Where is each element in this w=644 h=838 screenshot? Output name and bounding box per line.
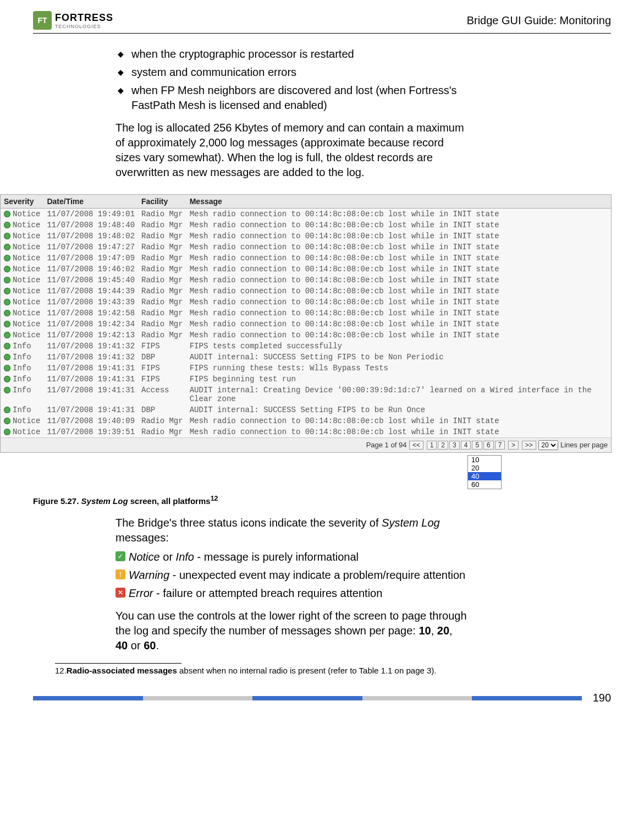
warn-icon: ! xyxy=(115,569,125,579)
cell-facility: Radio Mgr xyxy=(138,426,186,437)
cell-facility: Radio Mgr xyxy=(138,264,186,275)
bullet-item: ◆system and communication errors xyxy=(115,65,467,80)
cell-message: AUDIT internal: Creating Device '00:00:3… xyxy=(186,385,611,404)
severity-icon xyxy=(4,365,10,371)
lines-per-page-dropdown[interactable]: 10 20 40 60 xyxy=(467,455,502,489)
cell-datetime: 11/07/2008 19:41:31 xyxy=(43,374,138,385)
cell-facility: DBP xyxy=(138,404,186,415)
cell-datetime: 11/07/2008 19:41:31 xyxy=(43,363,138,374)
bullet-item: ◆when FP Mesh neighbors are discovered a… xyxy=(115,83,467,113)
table-row: Notice11/07/2008 19:46:02Radio MgrMesh r… xyxy=(1,264,611,275)
table-row: Notice11/07/2008 19:48:02Radio MgrMesh r… xyxy=(1,231,611,242)
paragraph: The log is allocated 256 Kbytes of memor… xyxy=(115,121,467,180)
cell-severity: Info xyxy=(1,385,43,404)
paragraph: The Bridge's three status icons indicate… xyxy=(115,516,467,545)
cell-facility: Access xyxy=(138,385,186,404)
col-facility[interactable]: Facility xyxy=(138,195,186,209)
pager-page[interactable]: 6 xyxy=(483,441,494,450)
cell-message: AUDIT internal: SUCCESS Setting FIPS to … xyxy=(186,352,611,363)
pager-page[interactable]: 7 xyxy=(495,441,505,450)
cell-severity: Notice xyxy=(1,275,43,286)
cell-datetime: 11/07/2008 19:42:13 xyxy=(43,330,138,341)
pager-page[interactable]: 3 xyxy=(449,441,460,450)
pager: Page 1 of 94 << 1234567 > >> 20 Lines pe… xyxy=(1,437,611,452)
table-row: Notice11/07/2008 19:42:13Radio MgrMesh r… xyxy=(1,330,611,341)
severity-icon xyxy=(4,354,10,360)
severity-icon xyxy=(4,343,10,349)
cell-datetime: 11/07/2008 19:41:31 xyxy=(43,404,138,415)
footer-bar: 190 xyxy=(33,692,611,704)
system-log-screenshot: Severity Date/Time Facility Message Noti… xyxy=(0,194,612,453)
severity-icon xyxy=(4,407,10,413)
bullet-icon: ◆ xyxy=(115,83,124,113)
cell-datetime: 11/07/2008 19:41:31 xyxy=(43,385,138,404)
table-row: Info11/07/2008 19:41:31FIPSFIPS beginnin… xyxy=(1,374,611,385)
dropdown-option[interactable]: 10 xyxy=(468,456,501,464)
pager-first[interactable]: << xyxy=(409,441,423,450)
cell-severity: Notice xyxy=(1,286,43,297)
cell-message: Mesh radio connection to 00:14:8c:08:0e:… xyxy=(186,286,611,297)
cell-facility: Radio Mgr xyxy=(138,415,186,426)
lines-per-page-select[interactable]: 20 xyxy=(538,440,558,450)
severity-icon xyxy=(4,418,10,424)
dropdown-option-selected[interactable]: 40 xyxy=(468,472,501,480)
cell-severity: Notice xyxy=(1,253,43,264)
dropdown-option[interactable]: 20 xyxy=(468,464,501,472)
cell-severity: Info xyxy=(1,341,43,352)
table-row: Notice11/07/2008 19:40:09Radio MgrMesh r… xyxy=(1,415,611,426)
cell-message: AUDIT internal: SUCCESS Setting FIPS to … xyxy=(186,404,611,415)
severity-icon xyxy=(4,233,10,239)
pager-info: Page 1 of 94 xyxy=(366,441,407,449)
col-datetime[interactable]: Date/Time xyxy=(43,195,138,209)
cell-message: Mesh radio connection to 00:14:8c:08:0e:… xyxy=(186,330,611,341)
severity-icon xyxy=(4,266,10,272)
col-severity[interactable]: Severity xyxy=(1,195,43,209)
cell-facility: DBP xyxy=(138,352,186,363)
table-row: Info11/07/2008 19:41:31FIPSFIPS running … xyxy=(1,363,611,374)
header-title: Bridge GUI Guide: Monitoring xyxy=(467,14,611,27)
pager-last[interactable]: >> xyxy=(522,441,536,450)
dropdown-option[interactable]: 60 xyxy=(468,480,501,489)
table-row: Notice11/07/2008 19:42:34Radio MgrMesh r… xyxy=(1,319,611,330)
pager-next[interactable]: > xyxy=(508,441,519,450)
severity-icon xyxy=(4,244,10,250)
cell-severity: Notice xyxy=(1,220,43,231)
cell-facility: Radio Mgr xyxy=(138,330,186,341)
cell-severity: Notice xyxy=(1,209,43,220)
paragraph: You can use the controls at the lower ri… xyxy=(115,609,467,653)
severity-icon xyxy=(4,429,10,435)
cell-datetime: 11/07/2008 19:40:09 xyxy=(43,415,138,426)
cell-facility: FIPS xyxy=(138,341,186,352)
cell-severity: Info xyxy=(1,374,43,385)
cell-facility: Radio Mgr xyxy=(138,220,186,231)
cell-severity: Notice xyxy=(1,297,43,308)
cell-severity: Notice xyxy=(1,264,43,275)
cell-message: Mesh radio connection to 00:14:8c:08:0e:… xyxy=(186,426,611,437)
table-row: Info11/07/2008 19:41:31AccessAUDIT inter… xyxy=(1,385,611,404)
page-number: 190 xyxy=(593,692,611,704)
pager-page[interactable]: 1 xyxy=(427,441,437,450)
cell-message: Mesh radio connection to 00:14:8c:08:0e:… xyxy=(186,297,611,308)
pager-page[interactable]: 4 xyxy=(461,441,471,450)
cell-facility: Radio Mgr xyxy=(138,253,186,264)
cell-datetime: 11/07/2008 19:46:02 xyxy=(43,264,138,275)
table-row: Info11/07/2008 19:41:31DBPAUDIT internal… xyxy=(1,404,611,415)
severity-legend: ✓Notice or Info - message is purely info… xyxy=(115,550,467,601)
severity-icon xyxy=(4,387,10,393)
cell-severity: Notice xyxy=(1,308,43,319)
cell-severity: Notice xyxy=(1,426,43,437)
severity-icon xyxy=(4,211,10,217)
cell-message: Mesh radio connection to 00:14:8c:08:0e:… xyxy=(186,242,611,253)
pager-page[interactable]: 5 xyxy=(472,441,482,450)
severity-icon xyxy=(4,321,10,327)
table-row: Info11/07/2008 19:41:32DBPAUDIT internal… xyxy=(1,352,611,363)
cell-facility: Radio Mgr xyxy=(138,275,186,286)
cell-facility: Radio Mgr xyxy=(138,286,186,297)
pager-page[interactable]: 2 xyxy=(438,441,448,450)
cell-facility: Radio Mgr xyxy=(138,242,186,253)
cell-message: FIPS running these tests: Wlls Bypass Te… xyxy=(186,363,611,374)
severity-icon xyxy=(4,310,10,316)
col-message[interactable]: Message xyxy=(186,195,611,209)
cell-datetime: 11/07/2008 19:39:51 xyxy=(43,426,138,437)
cell-message: Mesh radio connection to 00:14:8c:08:0e:… xyxy=(186,209,611,220)
